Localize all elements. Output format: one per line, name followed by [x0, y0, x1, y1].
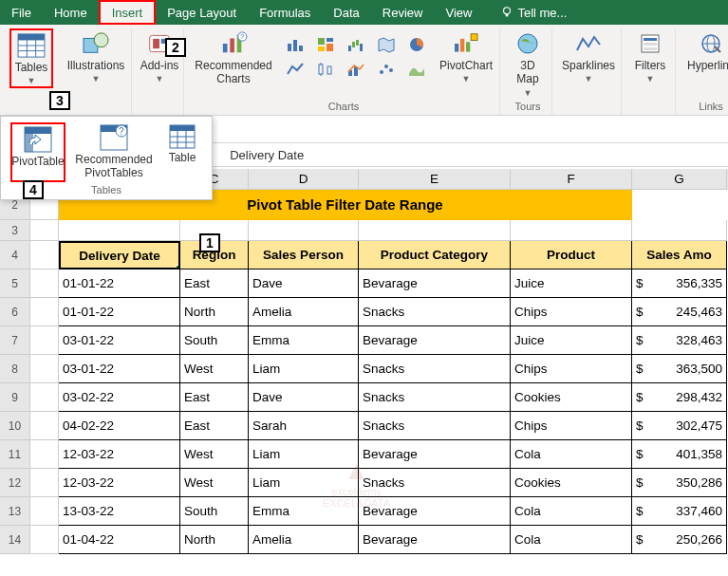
- cell-delivery-date[interactable]: 12-03-22: [59, 469, 180, 497]
- cell-sales-amount[interactable]: $250,266: [632, 526, 727, 554]
- cell-blank[interactable]: [30, 355, 59, 383]
- cell-product-category[interactable]: Snacks: [359, 355, 511, 383]
- cell-sales-person[interactable]: Amelia: [249, 298, 359, 326]
- map3d-button[interactable]: 3D Map ▼: [508, 28, 548, 99]
- pivotchart-button[interactable]: PivotChart ▼: [437, 28, 495, 84]
- tab-view[interactable]: View: [434, 0, 483, 25]
- cell-product[interactable]: Chips: [511, 412, 632, 440]
- cell-region[interactable]: East: [180, 383, 249, 412]
- tables-button[interactable]: Tables ▼: [9, 28, 53, 88]
- col-header-f[interactable]: F: [511, 169, 632, 190]
- recommended-pivottables-button[interactable]: ? Recommended PivotTables: [73, 122, 155, 182]
- header-sales-person[interactable]: Sales Person: [249, 241, 359, 269]
- cell-region[interactable]: South: [180, 326, 249, 355]
- cell-blank[interactable]: [30, 298, 59, 326]
- row-header[interactable]: 3: [0, 220, 30, 241]
- tab-file[interactable]: File: [0, 0, 43, 25]
- cell-delivery-date[interactable]: 03-01-22: [59, 326, 180, 355]
- cell-blank[interactable]: [511, 220, 632, 241]
- cell-delivery-date[interactable]: 01-01-22: [59, 269, 180, 298]
- cell-blank[interactable]: [30, 526, 59, 554]
- cell-sales-person[interactable]: Emma: [249, 497, 359, 526]
- cell-sales-person[interactable]: Sarah: [249, 412, 359, 440]
- tab-review[interactable]: Review: [371, 0, 435, 25]
- cell-product-category[interactable]: Snacks: [359, 469, 511, 497]
- row-header[interactable]: 12: [0, 469, 30, 497]
- illustrations-button[interactable]: Illustrations ▼: [65, 28, 127, 84]
- cell-blank[interactable]: [30, 326, 59, 355]
- cell-sales-amount[interactable]: $401,358: [632, 440, 727, 469]
- cell-region[interactable]: West: [180, 355, 249, 383]
- cell-blank[interactable]: [30, 469, 59, 497]
- cell-blank[interactable]: [632, 220, 727, 241]
- cell-delivery-date[interactable]: 04-02-22: [59, 412, 180, 440]
- cell-blank[interactable]: [30, 497, 59, 526]
- cell-delivery-date[interactable]: 03-01-22: [59, 355, 180, 383]
- cell-delivery-date[interactable]: 01-01-22: [59, 298, 180, 326]
- cell-product[interactable]: Chips: [511, 355, 632, 383]
- row-header[interactable]: 11: [0, 440, 30, 469]
- cell-product-category[interactable]: Bevarage: [359, 526, 511, 554]
- header-product[interactable]: Product: [511, 241, 632, 269]
- statistic-chart-icon[interactable]: [315, 59, 336, 80]
- cell-product-category[interactable]: Bevarage: [359, 269, 511, 298]
- col-header-e[interactable]: E: [359, 169, 511, 190]
- cell-region[interactable]: West: [180, 440, 249, 469]
- cell-sales-amount[interactable]: $328,463: [632, 326, 727, 355]
- table-button[interactable]: Table: [162, 122, 202, 182]
- row-header[interactable]: 6: [0, 298, 30, 326]
- cell-delivery-date[interactable]: 13-03-22: [59, 497, 180, 526]
- cell-product-category[interactable]: Bevarage: [359, 326, 511, 355]
- recommended-charts-button[interactable]: ? Recommended Charts: [192, 28, 275, 86]
- cell-sales-amount[interactable]: $337,460: [632, 497, 727, 526]
- sparklines-button[interactable]: Sparklines ▼: [560, 28, 617, 84]
- cell-product[interactable]: Juice: [511, 269, 632, 298]
- line-chart-icon[interactable]: [285, 59, 306, 80]
- cell-product[interactable]: Cola: [511, 526, 632, 554]
- cell-blank[interactable]: [30, 220, 59, 241]
- cell-product-category[interactable]: Snacks: [359, 383, 511, 412]
- hierarchy-chart-icon[interactable]: [315, 34, 336, 55]
- cell-sales-person[interactable]: Dave: [249, 269, 359, 298]
- cell-product[interactable]: Cola: [511, 440, 632, 469]
- cell-product-category[interactable]: Snacks: [359, 412, 511, 440]
- cell-product-category[interactable]: Bevarage: [359, 497, 511, 526]
- cell-blank[interactable]: [30, 440, 59, 469]
- tab-data[interactable]: Data: [322, 0, 370, 25]
- hyperlink-button[interactable]: Hyperlink: [683, 28, 728, 72]
- formula-value[interactable]: Delivery Date: [222, 148, 311, 162]
- cell-sales-person[interactable]: Dave: [249, 383, 359, 412]
- cell-sales-person[interactable]: Emma: [249, 326, 359, 355]
- cell-sales-amount[interactable]: $298,432: [632, 383, 727, 412]
- cell-product-category[interactable]: Snacks: [359, 298, 511, 326]
- map-chart-icon[interactable]: [376, 34, 397, 55]
- cell-sales-person[interactable]: Liam: [249, 355, 359, 383]
- combo-chart-icon[interactable]: [345, 59, 366, 80]
- waterfall-chart-icon[interactable]: [345, 34, 366, 55]
- row-header[interactable]: 5: [0, 269, 30, 298]
- cell-region[interactable]: East: [180, 412, 249, 440]
- pie-chart-icon[interactable]: [406, 34, 427, 55]
- cell-sales-amount[interactable]: $245,463: [632, 298, 727, 326]
- cell-sales-amount[interactable]: $302,475: [632, 412, 727, 440]
- row-header[interactable]: 7: [0, 326, 30, 355]
- tab-formulas[interactable]: Formulas: [248, 0, 322, 25]
- cell-blank[interactable]: [30, 269, 59, 298]
- tab-insert[interactable]: Insert: [99, 0, 157, 25]
- row-header[interactable]: 14: [0, 526, 30, 554]
- tab-home[interactable]: Home: [43, 0, 99, 25]
- cell-blank[interactable]: [30, 412, 59, 440]
- row-header[interactable]: 10: [0, 412, 30, 440]
- cell-blank[interactable]: [359, 220, 511, 241]
- cell-blank[interactable]: [30, 383, 59, 412]
- cell-region[interactable]: South: [180, 497, 249, 526]
- filters-button[interactable]: Filters ▼: [629, 28, 671, 84]
- scatter-chart-icon[interactable]: [376, 59, 397, 80]
- cell-delivery-date[interactable]: 12-03-22: [59, 440, 180, 469]
- cell-sales-amount[interactable]: $363,500: [632, 355, 727, 383]
- pivottable-button[interactable]: PivotTable: [10, 122, 65, 182]
- surface-chart-icon[interactable]: [406, 59, 427, 80]
- cell-blank[interactable]: [59, 220, 180, 241]
- cell-blank[interactable]: [30, 241, 59, 269]
- cell-region[interactable]: North: [180, 526, 249, 554]
